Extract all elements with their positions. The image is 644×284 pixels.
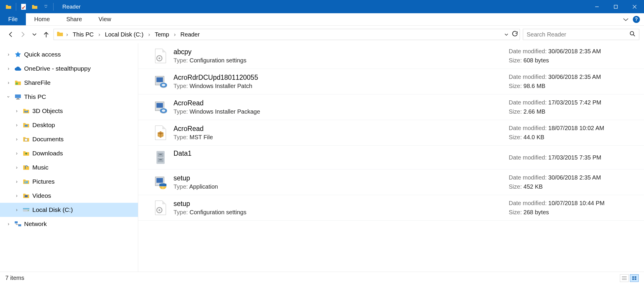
chevron-right-icon[interactable]: › [14,137,20,142]
nav-item-label: Local Disk (C:) [32,206,73,213]
maximize-button[interactable] [606,0,625,13]
file-row[interactable]: AcroRead Type: MST File Date modified: 1… [138,120,644,146]
nav-subitem[interactable]: › 3D Objects [0,104,138,118]
chevron-right-icon[interactable]: › [14,165,20,170]
close-button[interactable] [625,0,644,13]
address-bar[interactable]: › This PC › Local Disk (C:) › Temp › Rea… [54,29,520,40]
chevron-right-icon[interactable]: › [65,31,69,38]
cloud-icon [14,65,22,72]
refresh-icon[interactable] [512,31,518,38]
file-name: AcroRead [173,125,509,133]
chevron-right-icon[interactable]: › [97,31,101,38]
nav-item-label: Desktop [32,122,55,129]
breadcrumb-temp[interactable]: Temp [153,31,171,39]
address-dropdown-icon[interactable] [504,31,508,38]
nav-item-label: ShareFile [24,79,51,86]
file-meta: Date modified: 10/07/2018 10:44 PM Size:… [509,199,638,217]
file-icon [152,200,169,216]
svg-rect-7 [25,125,28,127]
nav-onedrive[interactable]: › OneDrive - stealthpuppy [0,62,138,76]
file-icon [152,174,169,190]
search-icon[interactable] [630,31,635,38]
file-meta: Date modified: 30/06/2018 2:35 AM Size: … [509,173,638,191]
breadcrumb-thispc[interactable]: This PC [71,31,95,39]
file-row[interactable]: abcpy Type: Configuration settings Date … [138,43,644,69]
nav-forward-button[interactable] [18,30,27,39]
file-list[interactable]: abcpy Type: Configuration settings Date … [138,43,644,272]
properties-icon[interactable] [20,4,27,10]
svg-point-14 [28,210,29,211]
file-row[interactable]: AcroRdrDCUpd1801120055 Type: Windows Ins… [138,69,644,94]
search-box[interactable] [523,29,639,40]
chevron-right-icon[interactable]: › [5,221,12,227]
nav-thispc[interactable]: › This PC [0,90,138,104]
nav-network[interactable]: › Network [0,217,138,231]
nav-subitem[interactable]: › Videos [0,189,138,203]
nav-item-label: Music [32,164,49,171]
tab-home[interactable]: Home [26,13,58,25]
file-meta: Date modified: 30/06/2018 2:35 AM Size: … [509,47,638,65]
tab-file[interactable]: File [0,13,26,25]
nav-item-label: This PC [24,93,46,100]
file-row[interactable]: setup Type: Application Date modified: 3… [138,170,644,195]
folder-icon [22,206,30,214]
minimize-button[interactable] [588,0,606,13]
svg-rect-25 [156,103,163,108]
file-row[interactable]: AcroRead Type: Windows Installer Package… [138,94,644,120]
chevron-right-icon[interactable]: › [5,80,12,85]
nav-subitem[interactable]: › Documents [0,132,138,146]
nav-subitem[interactable]: › Downloads [0,146,138,160]
svg-rect-35 [156,178,163,183]
folder-icon [22,121,30,129]
file-meta: Date modified: 30/06/2018 2:35 AM Size: … [509,72,638,91]
chevron-right-icon[interactable]: › [14,108,20,114]
chevron-right-icon[interactable]: › [14,179,20,184]
view-tiles-button[interactable] [630,274,639,282]
breadcrumb-reader[interactable]: Reader [178,31,201,39]
chevron-right-icon[interactable]: › [5,66,12,71]
file-name: abcpy [173,48,509,56]
quick-access-toolbar [0,3,55,11]
file-row[interactable]: setup Type: Configuration settings Date … [138,195,644,221]
nav-subitem[interactable]: › Music [0,160,138,175]
chevron-down-icon[interactable]: › [6,94,11,100]
nav-subitem[interactable]: › Desktop [0,118,138,132]
nav-quick-access[interactable]: › Quick access [0,47,138,62]
nav-recent-dropdown[interactable] [30,30,39,39]
svg-rect-5 [17,98,19,99]
nav-sharefile[interactable]: › ShareFile [0,76,138,90]
qat-dropdown-icon[interactable] [43,4,49,10]
tab-share[interactable]: Share [58,13,90,25]
file-meta: Date modified: 18/07/2018 10:02 AM Size:… [509,124,638,142]
chevron-right-icon[interactable]: › [14,193,20,198]
svg-rect-32 [159,154,162,155]
breadcrumb-drive[interactable]: Local Disk (C:) [103,31,145,39]
chevron-right-icon[interactable]: › [14,122,20,128]
nav-up-button[interactable] [42,30,51,39]
chevron-right-icon[interactable]: › [14,151,20,156]
nav-item-label: Downloads [32,150,63,157]
chevron-right-icon[interactable]: › [147,31,151,38]
chevron-right-icon[interactable]: › [14,207,20,212]
status-bar: 7 items [0,272,644,284]
file-row[interactable]: Data1 Date modified: 17/03/2015 7:35 PM [138,146,644,170]
new-folder-icon[interactable] [31,4,38,10]
help-icon[interactable]: ? [633,16,640,23]
chevron-right-icon[interactable]: › [173,31,177,38]
view-details-button[interactable] [620,274,629,282]
svg-point-10 [25,181,26,182]
tab-view[interactable]: View [90,13,119,25]
svg-point-18 [159,57,160,59]
chevron-right-icon[interactable]: › [5,52,12,57]
svg-rect-4 [15,94,21,98]
svg-point-3 [16,82,18,85]
computer-icon [14,93,22,101]
ribbon-expand-icon[interactable] [623,16,629,23]
folder-icon [5,4,12,10]
nav-subitem[interactable]: › Pictures [0,175,138,189]
nav-subitem[interactable]: › Local Disk (C:) [0,203,138,217]
nav-back-button[interactable] [6,30,15,39]
search-input[interactable] [527,31,630,38]
svg-rect-13 [23,208,29,209]
svg-rect-15 [15,221,18,223]
